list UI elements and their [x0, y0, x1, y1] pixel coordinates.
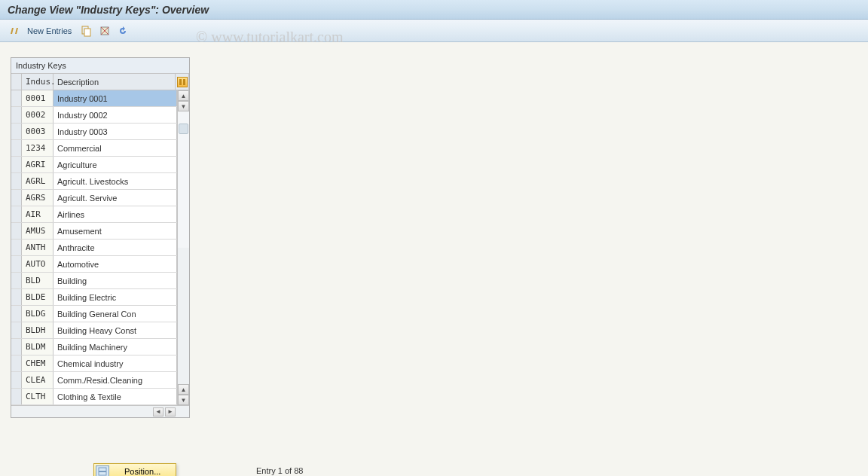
cell-description[interactable]: Clothing & Textile	[53, 389, 177, 404]
table-row[interactable]: ANTHAnthracite	[11, 240, 189, 256]
row-selector[interactable]	[11, 372, 22, 388]
table-row[interactable]: CLTHClothing & Textile	[11, 389, 189, 405]
svg-rect-5	[179, 79, 182, 85]
new-entries-button[interactable]: New Entries	[27, 26, 72, 35]
cell-industry-key[interactable]: ANTH	[22, 240, 53, 255]
cell-industry-key[interactable]: 1234	[22, 140, 53, 156]
cell-industry-key[interactable]: AGRL	[22, 173, 53, 189]
column-header-key[interactable]: Indus.	[22, 74, 53, 90]
cell-description[interactable]: Industry 0001	[53, 90, 177, 106]
row-selector[interactable]	[11, 339, 22, 355]
delete-icon[interactable]	[99, 25, 111, 37]
row-selector[interactable]	[11, 322, 22, 338]
row-selector[interactable]	[11, 389, 22, 404]
scroll-up-button[interactable]: ▲	[178, 90, 189, 101]
cell-description[interactable]: Automotive	[53, 256, 177, 272]
cell-description[interactable]: Agricult. Servive	[53, 190, 177, 206]
row-selector[interactable]	[11, 107, 22, 123]
table-row[interactable]: BLDHBuilding Heavy Const	[11, 322, 189, 339]
row-selector[interactable]	[11, 157, 22, 172]
table-configure-button[interactable]	[176, 74, 189, 90]
table-row[interactable]: 0003Industry 0003	[11, 124, 189, 140]
table-row[interactable]: 0002Industry 0002	[11, 107, 189, 124]
row-selector[interactable]	[11, 273, 22, 288]
row-selector[interactable]	[11, 256, 22, 272]
scroll-track[interactable]	[178, 111, 189, 248]
scroll-right-button[interactable]: ►	[165, 407, 176, 416]
table-row[interactable]: BLDGBuilding General Con	[11, 306, 189, 322]
cell-description[interactable]: Building Electric	[53, 289, 177, 305]
table-row[interactable]: AUTOAutomotive	[11, 256, 189, 273]
row-selector[interactable]	[11, 140, 22, 156]
cell-industry-key[interactable]: BLDE	[22, 289, 53, 305]
table-row[interactable]: AIRAirlines	[11, 206, 189, 223]
table-row[interactable]: 1234Commercial	[11, 140, 189, 157]
cell-description[interactable]: Building Machinery	[53, 339, 177, 355]
cell-description[interactable]: Industry 0003	[53, 124, 177, 139]
cell-industry-key[interactable]: 0003	[22, 124, 53, 139]
table-row[interactable]: AMUSAmusement	[11, 223, 189, 240]
cell-industry-key[interactable]: BLDH	[22, 322, 53, 338]
cell-industry-key[interactable]: 0001	[22, 90, 53, 106]
row-selector[interactable]	[11, 124, 22, 139]
scroll-thumb[interactable]	[179, 124, 188, 134]
cell-industry-key[interactable]: BLDG	[22, 306, 53, 322]
table-row[interactable]: AGRSAgricult. Servive	[11, 190, 189, 206]
cell-description[interactable]: Airlines	[53, 206, 177, 222]
row-selector[interactable]	[11, 190, 22, 206]
scroll-up-button-2[interactable]: ▲	[178, 384, 189, 395]
column-header-description[interactable]: Description	[53, 74, 176, 90]
page-title-bar: Change View "Industry Keys": Overview	[0, 0, 868, 20]
table-row[interactable]: BLDBuilding	[11, 273, 189, 289]
cell-industry-key[interactable]: BLD	[22, 273, 53, 288]
cell-industry-key[interactable]: AGRI	[22, 157, 53, 172]
row-selector[interactable]	[11, 240, 22, 255]
copy-as-icon[interactable]	[81, 25, 93, 37]
position-button[interactable]: Position...	[93, 463, 176, 476]
table-row[interactable]: BLDMBuilding Machinery	[11, 339, 189, 355]
cell-description[interactable]: Agriculture	[53, 157, 177, 172]
app-toolbar: New Entries	[0, 20, 868, 42]
cell-description[interactable]: Anthracite	[53, 240, 177, 255]
cell-industry-key[interactable]: CHEM	[22, 355, 53, 371]
table-select-all[interactable]	[11, 74, 22, 90]
cell-description[interactable]: Building	[53, 273, 177, 288]
page-title: Change View "Industry Keys": Overview	[8, 4, 209, 16]
row-selector[interactable]	[11, 173, 22, 189]
cell-description[interactable]: Agricult. Livestocks	[53, 173, 177, 189]
scroll-down-button[interactable]: ▼	[178, 101, 189, 111]
scroll-left-button[interactable]: ◄	[153, 407, 164, 416]
cell-description[interactable]: Building Heavy Const	[53, 322, 177, 338]
table-row[interactable]: CLEAComm./Resid.Cleaning	[11, 372, 189, 389]
cell-industry-key[interactable]: BLDM	[22, 339, 53, 355]
row-selector[interactable]	[11, 223, 22, 239]
toggle-change-icon[interactable]	[9, 25, 21, 37]
row-selector[interactable]	[11, 206, 22, 222]
cell-description[interactable]: Chemical industry	[53, 355, 177, 371]
table-row[interactable]: CHEMChemical industry	[11, 355, 189, 372]
cell-industry-key[interactable]: AMUS	[22, 223, 53, 239]
cell-description[interactable]: Industry 0002	[53, 107, 177, 123]
row-selector[interactable]	[11, 355, 22, 371]
row-selector[interactable]	[11, 90, 22, 106]
cell-industry-key[interactable]: AIR	[22, 206, 53, 222]
vertical-scrollbar[interactable]: ▲ ▼ ▲ ▼	[177, 90, 189, 405]
cell-industry-key[interactable]: 0002	[22, 107, 53, 123]
cell-description[interactable]: Building General Con	[53, 306, 177, 322]
row-selector[interactable]	[11, 289, 22, 305]
cell-industry-key[interactable]: CLEA	[22, 372, 53, 388]
cell-industry-key[interactable]: AGRS	[22, 190, 53, 206]
table-row[interactable]: AGRLAgricult. Livestocks	[11, 173, 189, 190]
cell-description[interactable]: Comm./Resid.Cleaning	[53, 372, 177, 388]
horizontal-scrollbar[interactable]: ◄ ►	[11, 405, 189, 417]
cell-description[interactable]: Amusement	[53, 223, 177, 239]
cell-industry-key[interactable]: AUTO	[22, 256, 53, 272]
row-selector[interactable]	[11, 306, 22, 322]
scroll-down-button-2[interactable]: ▼	[178, 395, 189, 405]
table-row[interactable]: 0001Industry 0001	[11, 90, 189, 107]
table-row[interactable]: AGRIAgriculture	[11, 157, 189, 173]
table-row[interactable]: BLDEBuilding Electric	[11, 289, 189, 306]
cell-industry-key[interactable]: CLTH	[22, 389, 53, 404]
cell-description[interactable]: Commercial	[53, 140, 177, 156]
undo-change-icon[interactable]	[117, 25, 129, 37]
